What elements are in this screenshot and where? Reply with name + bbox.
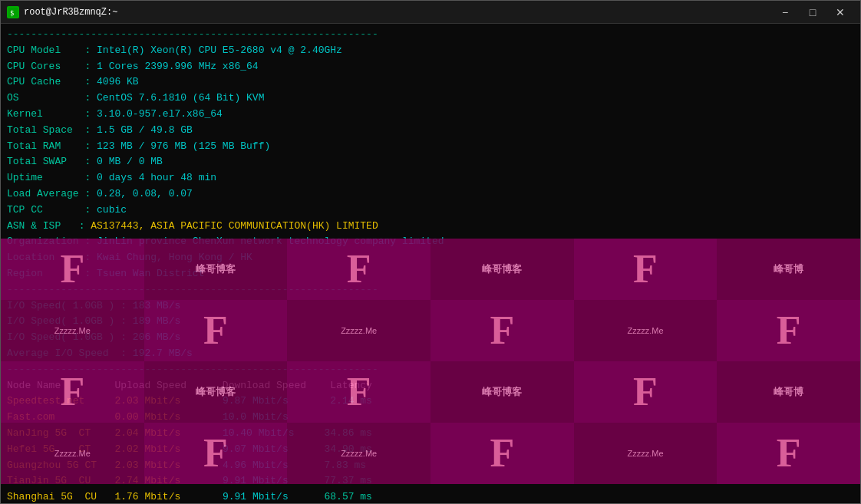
window-controls: − □ ✕ <box>771 1 854 24</box>
kernel-line: Kernel : 3.10.0-957.el7.x86_64 <box>7 107 854 123</box>
net-row-hefei: Hefei 5G CT 2.02 Mbit/s 9.07 Mbit/s 34.9… <box>7 442 854 458</box>
net-row-shanghai-cu: Shanghai 5G CU 1.76 Mbit/s 9.91 Mbit/s 6… <box>7 489 854 503</box>
tcp-cc-line: TCP CC : cubic <box>7 203 854 219</box>
net-row-nanjing: NanJing 5G CT 2.04 Mbit/s 10.40 Mbit/s 3… <box>7 426 854 442</box>
titlebar-left: $ root@JrR3BzmnqZ:~ <box>7 6 117 18</box>
cpu-cores-line: CPU Cores : 1 Cores 2399.996 MHz x86_64 <box>7 59 854 75</box>
close-button[interactable]: ✕ <box>826 1 854 24</box>
terminal-body[interactable]: ----------------------------------------… <box>1 24 860 503</box>
network-header: Node Name Upload Speed Download Speed La… <box>7 378 854 394</box>
avg-io-speed: Average I/O Speed : 192.7 MB/s <box>7 346 854 362</box>
total-ram-line: Total RAM : 123 MB / 976 MB (125 MB Buff… <box>7 139 854 155</box>
org-line: Organization : JinLin province ChenXun n… <box>7 234 854 250</box>
uptime-line: Uptime : 0 days 4 hour 48 min <box>7 170 854 186</box>
cpu-model-line: CPU Model : Intel(R) Xeon(R) CPU E5-2680… <box>7 43 854 59</box>
io-speed-2: I/O Speed( 1.0GB ) : 189 MB/s <box>7 314 854 330</box>
net-row-speedtest: Speedtest.net 2.03 Mbit/s 9.87 Mbit/s 2.… <box>7 394 854 410</box>
separator-network: ----------------------------------------… <box>7 362 854 378</box>
main-window: $ root@JrR3BzmnqZ:~ − □ ✕ --------------… <box>0 0 861 504</box>
window-title: root@JrR3BzmnqZ:~ <box>24 7 117 18</box>
net-row-fast: Fast.com 0.00 Mbit/s 10.0 Mbit/s <box>7 410 854 426</box>
separator-io: ----------------------------------------… <box>7 282 854 298</box>
minimize-button[interactable]: − <box>771 1 799 24</box>
total-space-line: Total Space : 1.5 GB / 49.8 GB <box>7 123 854 139</box>
svg-text:$: $ <box>10 9 14 17</box>
total-swap-line: Total SWAP : 0 MB / 0 MB <box>7 154 854 170</box>
maximize-button[interactable]: □ <box>799 1 826 24</box>
net-row-tianjin-cu: TianJin 5G CU 2.74 Mbit/s 9.91 Mbit/s 77… <box>7 473 854 489</box>
region-line: Region : Tsuen Wan District <box>7 266 854 282</box>
io-speed-1: I/O Speed( 1.0GB ) : 183 MB/s <box>7 298 854 315</box>
separator-top: ----------------------------------------… <box>7 27 854 43</box>
io-speed-3: I/O Speed( 1.0GB ) : 206 MB/s <box>7 330 854 346</box>
load-avg-line: Load Average : 0.28, 0.08, 0.07 <box>7 186 854 203</box>
os-line: OS : CentOS 7.6.1810 (64 Bit) KVM <box>7 91 854 107</box>
asn-isp-line: ASN & ISP : AS137443, ASIA PACIFIC COMMU… <box>7 219 854 235</box>
titlebar: $ root@JrR3BzmnqZ:~ − □ ✕ <box>1 1 860 24</box>
app-icon: $ <box>7 6 19 18</box>
net-row-guangzhou: Guangzhou 5G CT 2.03 Mbit/s 4.96 Mbit/s … <box>7 458 854 474</box>
cpu-cache-line: CPU Cache : 4096 KB <box>7 74 854 91</box>
location-line: Location : Kwai Chung, Hong Kong / HK <box>7 250 854 266</box>
